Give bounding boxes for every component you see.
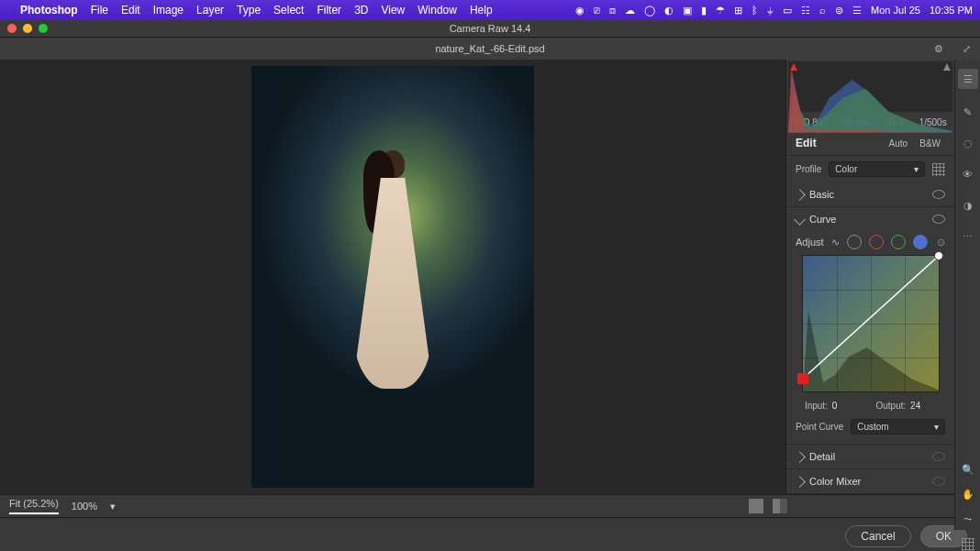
zoom-100[interactable]: 100%: [72, 501, 97, 512]
curve-toggle[interactable]: Curve: [786, 207, 954, 231]
input-field[interactable]: [830, 400, 858, 412]
profile-browser-icon[interactable]: [932, 163, 945, 176]
fullscreen-toggle-icon[interactable]: ⤢: [963, 43, 971, 55]
menu-file[interactable]: File: [91, 4, 108, 17]
close-window-button[interactable]: [7, 24, 17, 33]
profile-select[interactable]: Color▾: [829, 161, 925, 177]
bw-button[interactable]: B&W: [915, 137, 945, 150]
green-channel-button[interactable]: [891, 235, 906, 249]
adjust-label: Adjust: [796, 237, 824, 248]
targeted-adjust-icon[interactable]: ⊙: [937, 237, 945, 248]
curve-point-black[interactable]: [797, 373, 808, 384]
curve-point-white[interactable]: [934, 251, 943, 260]
record-icon[interactable]: ◉: [575, 5, 585, 17]
zoom-dropdown-icon[interactable]: ▾: [110, 501, 116, 512]
curve-editor[interactable]: [802, 255, 940, 392]
toggle-icon[interactable]: ⊜: [835, 5, 843, 17]
screen-icon[interactable]: ▣: [683, 5, 692, 17]
zoom-tool-icon[interactable]: 🔍: [960, 464, 976, 476]
red-channel-button[interactable]: [869, 235, 884, 249]
minimize-window-button[interactable]: [23, 24, 32, 33]
camera-icon[interactable]: ⎚: [594, 5, 600, 16]
calendar-icon[interactable]: ☷: [801, 5, 810, 17]
parametric-curve-icon[interactable]: ∿: [831, 237, 840, 248]
chevron-right-icon: [794, 451, 806, 463]
cc-icon[interactable]: ◐: [664, 5, 674, 17]
menu-help[interactable]: Help: [470, 4, 493, 17]
grid-icon[interactable]: ⊞: [734, 5, 742, 17]
profile-label: Profile: [796, 164, 821, 174]
chevron-down-icon: ▾: [914, 164, 919, 174]
menu-image[interactable]: Image: [153, 4, 184, 17]
chevron-right-icon: [794, 476, 806, 488]
hand-tool-icon[interactable]: ✋: [960, 489, 976, 501]
zoom-fit[interactable]: Fit (25.2%): [9, 498, 59, 514]
dropbox-icon[interactable]: ⧈: [609, 5, 616, 17]
filename: nature_Kat_-66-Edit.psd: [435, 43, 544, 54]
crop-tool-icon[interactable]: ✎: [960, 104, 976, 120]
chevron-down-icon: [794, 214, 806, 226]
traffic-lights: [0, 24, 48, 33]
menu-filter[interactable]: Filter: [317, 4, 341, 17]
presets-icon[interactable]: ⤳: [960, 513, 976, 525]
rgb-channel-button[interactable]: [847, 235, 862, 249]
control-center-icon[interactable]: ☰: [852, 5, 862, 17]
fullscreen-window-button[interactable]: [39, 24, 48, 33]
single-view-button[interactable]: [749, 499, 763, 513]
macos-menubar: Photoshop File Edit Image Layer Type Sel…: [0, 0, 980, 20]
color-mixer-toggle[interactable]: Color Mixer: [786, 469, 954, 493]
blue-channel-button[interactable]: [913, 235, 928, 249]
window-title: Camera Raw 14.4: [450, 23, 531, 34]
section-color-mixer: Color Mixer: [786, 469, 954, 494]
wifi-icon[interactable]: ⏚: [767, 5, 774, 16]
histogram[interactable]: [788, 61, 952, 112]
visibility-eye-icon[interactable]: [932, 477, 945, 486]
menu-select[interactable]: Select: [273, 4, 304, 17]
canvas-area[interactable]: [0, 60, 785, 494]
photo-preview: [251, 66, 534, 488]
battery-icon[interactable]: ▭: [783, 5, 792, 17]
menu-type[interactable]: Type: [237, 4, 261, 17]
bluetooth-icon[interactable]: ᛒ: [752, 5, 758, 16]
menu-layer[interactable]: Layer: [196, 4, 224, 17]
edit-header: Edit Auto B&W: [786, 131, 954, 156]
menu-window[interactable]: Window: [418, 4, 457, 17]
bookmark-icon[interactable]: ▮: [701, 5, 707, 17]
menubar-date[interactable]: Mon Jul 25: [871, 5, 920, 16]
detail-toggle[interactable]: Detail: [786, 445, 954, 468]
filmstrip-grid-icon[interactable]: [960, 538, 976, 551]
spot-heal-tool-icon[interactable]: ◌: [960, 135, 976, 151]
umbrella-icon[interactable]: ☂: [716, 5, 725, 17]
edit-tool-icon[interactable]: ☰: [958, 69, 978, 89]
eye-tool-icon[interactable]: 👁: [960, 166, 976, 182]
redeye-tool-icon[interactable]: ⋯: [960, 228, 976, 245]
basic-toggle[interactable]: Basic: [786, 182, 954, 206]
status-bar: Fit (25.2%) 100% ▾: [0, 494, 980, 517]
output-field[interactable]: [908, 400, 936, 412]
point-curve-select[interactable]: Custom▾: [851, 419, 945, 435]
search-icon[interactable]: ⌕: [819, 5, 826, 16]
menu-3d[interactable]: 3D: [354, 4, 368, 17]
cancel-button[interactable]: Cancel: [845, 525, 910, 547]
menubar-time[interactable]: 10:35 PM: [930, 5, 973, 16]
visibility-eye-icon[interactable]: [932, 215, 945, 224]
output-label: Output:: [876, 401, 907, 411]
cloud-icon[interactable]: ☁: [625, 5, 635, 17]
visibility-eye-icon[interactable]: [932, 190, 945, 199]
circle-icon[interactable]: ◯: [644, 5, 655, 17]
visibility-eye-icon[interactable]: [932, 452, 945, 461]
window-titlebar: Camera Raw 14.4: [0, 20, 980, 38]
mask-tool-icon[interactable]: ◑: [960, 197, 976, 214]
input-label: Input:: [805, 401, 828, 411]
auto-button[interactable]: Auto: [885, 137, 913, 150]
point-curve-label: Point Curve: [796, 422, 843, 432]
menu-view[interactable]: View: [381, 4, 405, 17]
tool-strip: ☰ ✎ ◌ 👁 ◑ ⋯: [954, 60, 980, 494]
menu-edit[interactable]: Edit: [121, 4, 140, 17]
app-name[interactable]: Photoshop: [20, 4, 78, 17]
section-basic: Basic: [786, 182, 954, 207]
chevron-right-icon: [794, 189, 806, 201]
file-bar: nature_Kat_-66-Edit.psd ⚙ ⤢: [0, 38, 980, 60]
settings-gear-icon[interactable]: ⚙: [934, 43, 943, 55]
before-after-view-button[interactable]: [773, 499, 787, 513]
